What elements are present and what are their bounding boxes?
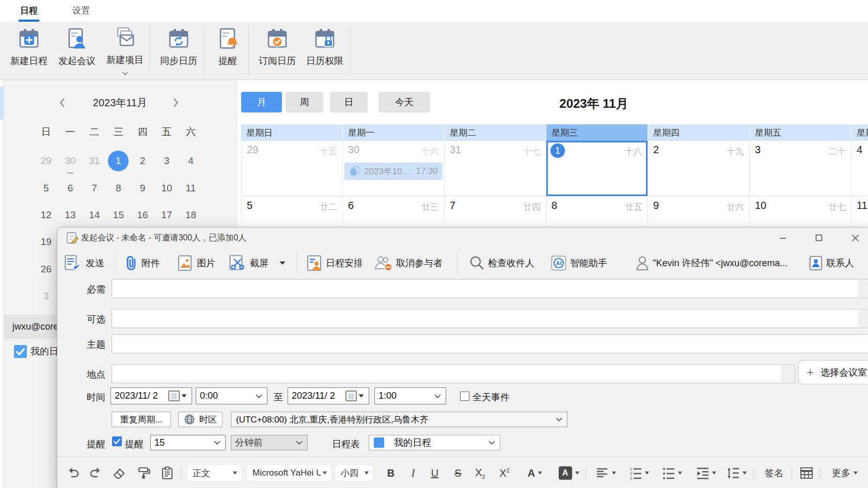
remind-checkbox[interactable]: [112, 436, 122, 446]
mini-calendar-day[interactable]: 29: [34, 148, 58, 174]
mini-calendar-day[interactable]: 12: [34, 202, 58, 229]
mini-calendar-day[interactable]: 6: [58, 174, 83, 201]
attachment-button[interactable]: 附件: [124, 248, 160, 278]
mini-calendar-day[interactable]: 1: [106, 148, 131, 174]
mini-calendar-day[interactable]: 30: [58, 148, 83, 174]
new-project-button[interactable]: 新建项目: [101, 25, 149, 76]
ai-assistant-button[interactable]: AI智能助手: [551, 248, 607, 278]
mini-calendar-day[interactable]: 31: [82, 148, 106, 174]
mini-calendar-day[interactable]: 8: [106, 174, 131, 201]
mini-calendar-day[interactable]: 4: [179, 148, 203, 174]
italic-button[interactable]: I: [403, 465, 423, 481]
undo-button[interactable]: [65, 465, 81, 481]
mini-calendar-day[interactable]: 9: [131, 174, 155, 201]
timezone-select[interactable]: (UTC+08:00) 北京,重庆,香港特别行政区,乌鲁木齐: [231, 412, 567, 427]
end-time-select[interactable]: 1:00: [374, 387, 446, 404]
mini-calendar-day[interactable]: 13: [58, 202, 83, 229]
align-button[interactable]: [593, 465, 618, 481]
maximize-button[interactable]: [810, 230, 828, 246]
close-button[interactable]: [846, 230, 864, 246]
required-input[interactable]: [112, 279, 868, 298]
calendar-cell[interactable]: 30十六2023年10...17:30: [343, 141, 445, 197]
input-scrollbar[interactable]: [859, 310, 868, 327]
calendar-select[interactable]: 我的日程: [369, 435, 500, 450]
subscribe-calendar-button[interactable]: 订阅日历: [254, 25, 301, 76]
timezone-button[interactable]: 时区: [178, 412, 223, 427]
start-time-select[interactable]: 0:00: [196, 387, 267, 404]
input-scrollbar[interactable]: [781, 365, 795, 382]
mini-calendar-day[interactable]: 18: [179, 202, 203, 229]
mini-calendar-day[interactable]: 14: [82, 202, 106, 229]
view-month-button[interactable]: 月: [241, 92, 282, 112]
image-button[interactable]: 图片: [178, 248, 215, 278]
bullet-list-button[interactable]: [659, 465, 684, 481]
remind-value-select[interactable]: 15: [150, 435, 226, 450]
my-calendar-checkbox[interactable]: [14, 345, 27, 358]
calendar-cell[interactable]: 29十五: [241, 141, 343, 197]
next-month-icon[interactable]: [171, 96, 180, 111]
new-event-button[interactable]: 新建日程: [5, 25, 53, 76]
sync-calendar-button[interactable]: 同步日历: [155, 25, 202, 76]
format-painter-button[interactable]: [136, 465, 152, 481]
clear-format-button[interactable]: [112, 465, 127, 481]
mini-calendar-day[interactable]: 16: [131, 202, 155, 229]
font-family-select[interactable]: Microsoft YaHei UI: [247, 465, 331, 481]
line-spacing-button[interactable]: [724, 465, 749, 481]
input-scrollbar[interactable]: [859, 280, 868, 297]
allday-checkbox[interactable]: [460, 392, 469, 401]
check-recipients-button[interactable]: 检查收件人: [469, 248, 534, 278]
more-button[interactable]: 更多: [827, 465, 863, 481]
cancel-participant-button[interactable]: 取消参与者: [374, 248, 443, 278]
select-meeting-room-button[interactable]: +选择会议室: [798, 360, 868, 384]
calendar-permission-button[interactable]: 日历权限: [301, 25, 349, 76]
tab-schedule[interactable]: 日程: [20, 0, 38, 22]
new-meeting-button[interactable]: 发起会议: [53, 25, 101, 76]
font-color-button[interactable]: A: [522, 465, 548, 481]
indent-button[interactable]: [693, 465, 718, 481]
strikethrough-button[interactable]: S: [448, 465, 468, 481]
calendar-cell[interactable]: 31十七: [445, 141, 546, 197]
paste-button[interactable]: [160, 465, 175, 481]
ordered-list-button[interactable]: 123: [626, 465, 651, 481]
calendar-cell[interactable]: 2十九: [648, 141, 750, 197]
start-date-picker[interactable]: 2023/11/ 2: [111, 387, 192, 404]
calendar-cell[interactable]: 1十八: [546, 141, 648, 197]
contacts-button[interactable]: 联系人: [808, 248, 854, 278]
subject-input[interactable]: [112, 334, 868, 353]
remind-unit-select[interactable]: 分钟前: [231, 435, 308, 450]
calendar-cell[interactable]: 3二十: [750, 141, 851, 197]
optional-input[interactable]: [112, 309, 868, 328]
calendar-cell[interactable]: 4: [851, 141, 868, 197]
dialog-titlebar[interactable]: 发起会议 - 未命名 - 可邀请300人，已添加0人: [57, 227, 868, 248]
highlight-color-button[interactable]: A: [555, 465, 583, 481]
mini-calendar-day[interactable]: 17: [154, 202, 179, 229]
signature-button[interactable]: 签名: [759, 465, 790, 481]
mini-calendar-day[interactable]: 7: [82, 174, 106, 201]
send-button[interactable]: 发送: [65, 248, 104, 278]
mini-calendar-day[interactable]: 10: [154, 174, 179, 201]
minimize-button[interactable]: [774, 230, 792, 246]
mini-calendar-day[interactable]: 3: [154, 148, 179, 174]
sender-button[interactable]: "Kevin 许经伟" <jwxu@corema...: [636, 248, 788, 278]
mini-calendar-day[interactable]: 11: [179, 174, 203, 201]
insert-table-button[interactable]: [799, 465, 814, 481]
repeat-button[interactable]: 重复周期...: [112, 412, 171, 427]
paragraph-style-select[interactable]: 正文: [187, 465, 241, 481]
calendar-event[interactable]: 2023年10...17:30: [344, 162, 443, 180]
mini-calendar-day[interactable]: 26: [34, 256, 58, 283]
screenshot-button[interactable]: 截屏: [229, 248, 286, 278]
view-week-button[interactable]: 周: [286, 92, 323, 112]
reminder-button[interactable]: 提醒: [204, 25, 251, 76]
mini-calendar-day[interactable]: 5: [34, 174, 58, 201]
mini-calendar-day[interactable]: 3: [34, 283, 58, 310]
mini-calendar-day[interactable]: 2: [131, 148, 155, 174]
bold-button[interactable]: B: [381, 465, 401, 481]
mini-calendar-day[interactable]: 19: [34, 229, 58, 255]
mini-calendar-day[interactable]: 15: [106, 202, 131, 229]
view-day-button[interactable]: 日: [330, 92, 368, 112]
font-size-select[interactable]: 小四: [336, 465, 373, 481]
schedule-button[interactable]: 日程安排: [307, 248, 363, 278]
underline-button[interactable]: U: [425, 465, 445, 481]
subscript-button[interactable]: X2: [470, 465, 490, 481]
superscript-button[interactable]: X2: [495, 465, 514, 481]
